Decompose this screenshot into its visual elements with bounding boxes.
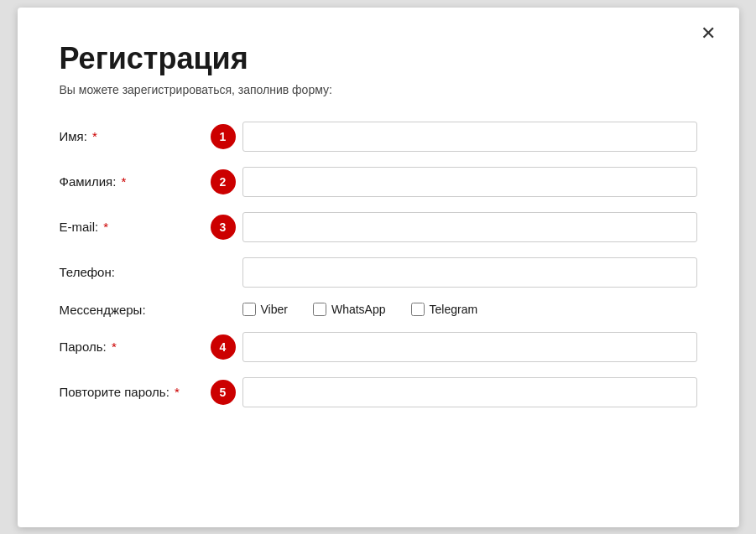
label-phone: Телефон: [60, 265, 211, 279]
checkbox-telegram[interactable] [411, 303, 425, 316]
password-input[interactable] [242, 332, 697, 362]
step-badge-1: 1 [211, 124, 236, 149]
form-row-lastname: Фамилия: * 2 [60, 167, 697, 197]
email-input[interactable] [242, 212, 697, 242]
label-messengers: Мессенджеры: [60, 303, 211, 317]
confirm-password-input[interactable] [242, 377, 697, 407]
checkbox-whatsapp[interactable] [313, 303, 326, 316]
required-star-firstname: * [89, 129, 97, 143]
label-confirm-password: Повторите пароль: * [60, 385, 211, 399]
form-row-phone: Телефон: [60, 257, 697, 288]
modal-subtitle: Вы можете зарегистрироваться, заполнив ф… [60, 83, 697, 96]
close-button[interactable]: ✕ [694, 21, 722, 46]
messenger-option-telegram[interactable]: Telegram [411, 303, 478, 316]
required-star-confirm-password: * [171, 385, 180, 399]
step-badge-3: 3 [211, 215, 236, 240]
label-password: Пароль: * [60, 340, 211, 354]
required-star-email: * [100, 220, 108, 234]
label-lastname: Фамилия: * [60, 174, 211, 189]
modal-title: Регистрация [60, 41, 697, 76]
step-placeholder-phone [211, 260, 236, 285]
form-row-password: Пароль: * 4 [60, 332, 697, 362]
phone-input[interactable] [242, 257, 697, 288]
required-star-lastname: * [117, 174, 126, 189]
required-star-password: * [108, 340, 117, 354]
checkbox-viber[interactable] [242, 303, 256, 316]
step-badge-5: 5 [211, 380, 236, 405]
registration-modal: ✕ Регистрация Вы можете зарегистрировать… [18, 8, 739, 527]
form-row-confirm-password: Повторите пароль: * 5 [60, 377, 697, 407]
last-name-input[interactable] [242, 167, 697, 197]
messenger-label-telegram: Telegram [430, 303, 478, 316]
messenger-option-viber[interactable]: Viber [242, 303, 288, 316]
step-badge-4: 4 [211, 334, 236, 360]
messenger-label-viber: Viber [261, 303, 288, 316]
label-email: E-mail: * [60, 220, 211, 234]
messengers-options: Viber WhatsApp Telegram [242, 303, 478, 316]
form-row-messengers: Мессенджеры: Viber WhatsApp Telegram [60, 303, 697, 317]
label-firstname: Имя: * [60, 129, 211, 143]
messenger-label-whatsapp: WhatsApp [331, 303, 386, 316]
form-row-firstname: Имя: * 1 [60, 122, 697, 152]
first-name-input[interactable] [242, 122, 697, 152]
step-badge-2: 2 [211, 169, 236, 194]
messenger-option-whatsapp[interactable]: WhatsApp [313, 303, 386, 316]
form-row-email: E-mail: * 3 [60, 212, 697, 242]
